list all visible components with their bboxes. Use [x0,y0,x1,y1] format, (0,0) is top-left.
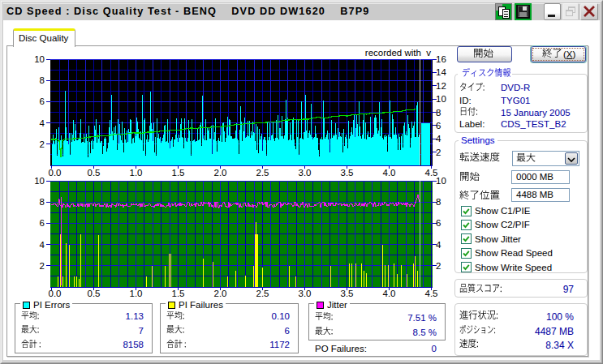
svg-text:10: 10 [436,176,446,186]
svg-text:6: 6 [40,218,45,228]
svg-text:2: 2 [436,148,441,157]
svg-text:4: 4 [436,134,441,143]
svg-text:4: 4 [436,240,441,250]
svg-text:3.5: 3.5 [341,289,354,298]
svg-text:8: 8 [436,197,441,207]
svg-text:4.0: 4.0 [383,168,396,178]
svg-text:8: 8 [40,197,45,207]
svg-text:6: 6 [436,121,441,131]
svg-text:12: 12 [436,81,446,91]
svg-text:1.0: 1.0 [130,168,143,178]
svg-text:16: 16 [436,54,446,64]
svg-text:4: 4 [40,240,45,250]
svg-text:14: 14 [436,67,446,77]
svg-text:1.0: 1.0 [130,289,143,298]
svg-text:2: 2 [40,139,45,149]
svg-text:2.0: 2.0 [214,289,227,298]
svg-text:0.5: 0.5 [88,289,101,298]
svg-text:3.0: 3.0 [299,168,312,178]
svg-text:8: 8 [436,108,441,118]
svg-text:2.5: 2.5 [256,289,269,298]
svg-text:0.0: 0.0 [49,289,62,298]
svg-text:4.5: 4.5 [425,289,438,298]
svg-text:3.5: 3.5 [341,168,354,178]
svg-text:recorded with v: recorded with v [365,48,431,58]
svg-text:0.5: 0.5 [88,168,101,178]
svg-text:10: 10 [34,54,45,64]
svg-text:3.0: 3.0 [299,289,312,298]
svg-text:2.0: 2.0 [214,168,227,178]
svg-text:8: 8 [40,75,45,85]
svg-text:10: 10 [436,94,446,104]
svg-text:10: 10 [34,176,45,186]
svg-text:1.5: 1.5 [172,168,185,178]
svg-text:2: 2 [40,261,45,271]
svg-text:0.0: 0.0 [49,168,62,178]
svg-text:4.0: 4.0 [383,289,396,298]
svg-text:6: 6 [436,218,441,228]
svg-text:2.5: 2.5 [256,168,269,178]
svg-text:4: 4 [40,118,45,128]
svg-text:1.5: 1.5 [172,289,185,298]
svg-text:6: 6 [40,96,45,106]
svg-text:2: 2 [436,261,441,271]
